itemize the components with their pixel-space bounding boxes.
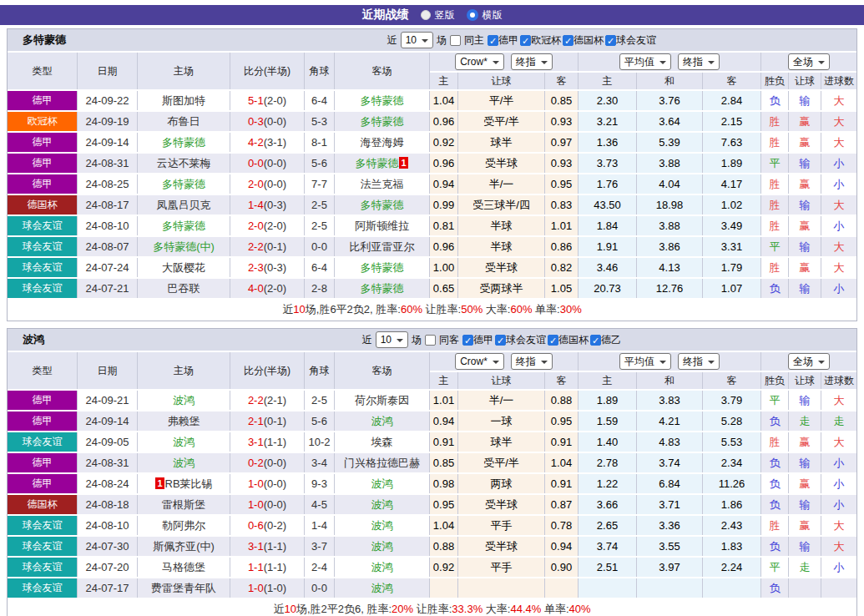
wdl-result: 胜 [761, 195, 789, 215]
corner-cell: 10-2 [305, 432, 335, 452]
handicap-result: 赢 [789, 516, 821, 535]
average-select[interactable]: 平均值 [619, 353, 671, 370]
horizontal-radio-icon[interactable] [467, 9, 478, 21]
wdl-result: 平 [761, 558, 789, 577]
avg-draw-odds: 4.13 [637, 258, 703, 277]
avg-draw-odds: 4.83 [637, 432, 703, 452]
league-type-cell: 欧冠杯 [8, 112, 78, 131]
final-index-select-2[interactable]: 终指 [678, 53, 720, 70]
away-team-cell: 波鸿 [335, 412, 430, 431]
league-checkbox[interactable]: ✓ [605, 35, 616, 46]
sub-col-wdl: 胜负 [761, 73, 789, 89]
avg-home-odds: 1.91 [579, 237, 637, 256]
handicap-home-odds: 1.01 [430, 391, 458, 410]
sub-col-handicap-away: 客 [545, 73, 579, 89]
match-count-select[interactable]: 10 [401, 32, 433, 48]
goals-result: 小 [821, 495, 856, 514]
league-checkbox-label[interactable]: 德国杯 [558, 333, 589, 347]
summary-segment: 让胜率: [422, 303, 461, 316]
handicap-away-odds: 0.95 [545, 412, 579, 431]
goals-result: 走 [821, 412, 856, 431]
summary-segment: 30% [560, 303, 582, 316]
away-team-cell: 埃森 [335, 432, 430, 452]
sub-col-handicap-away: 客 [545, 372, 579, 389]
avg-draw-odds: 3.86 [637, 237, 703, 256]
match-row: 球会友谊 24-08-10 多特蒙德 2-0(2-0) 2-5 阿斯顿维拉 0.… [8, 216, 856, 235]
handicap-home-odds: 0.88 [430, 537, 458, 556]
home-team-name: 斯佩齐亚(中) [153, 540, 215, 553]
vertical-layout-option[interactable]: 竖版 [421, 8, 455, 23]
summary-row: 近10场,胜2平2负6, 胜率:20% 让胜率:33.3% 大率:44.4% 单… [8, 599, 856, 616]
away-team-cell: 波鸿 [335, 558, 430, 577]
horizontal-layout-option[interactable]: 横版 [467, 8, 503, 23]
league-checkbox-label[interactable]: 德乙 [601, 333, 621, 347]
away-team-cell: 波鸿 [335, 474, 430, 493]
fulltime-score: 1-0 [248, 582, 264, 594]
final-index-select-2[interactable]: 终指 [678, 353, 720, 370]
league-checkbox-label[interactable]: 球会友谊 [506, 333, 546, 347]
handicap-away-odds: 0.86 [545, 237, 579, 256]
score-cell: 3-1(1-1) [230, 432, 305, 452]
goals-result: 大 [821, 391, 856, 410]
match-count-select[interactable]: 10 [376, 331, 408, 348]
handicap-line: 半球 [458, 216, 545, 235]
league-checkbox[interactable]: ✓ [462, 335, 473, 346]
handicap-line: 一球 [458, 412, 545, 431]
handicap-away-odds: 0.93 [545, 112, 579, 131]
league-type-cell: 德甲 [8, 412, 78, 431]
match-row: 球会友谊 24-08-10 勒阿弗尔 0-6(0-2) 1-4 波鸿 1.04 … [8, 516, 856, 535]
corner-cell: 3-4 [305, 453, 335, 472]
home-team-name: 多特蒙德 [162, 178, 205, 190]
red-card-badge: 1 [399, 157, 407, 169]
corner-cell: 2-4 [305, 558, 335, 577]
league-checkbox[interactable]: ✓ [488, 35, 498, 46]
average-select[interactable]: 平均值 [619, 53, 671, 70]
avg-draw-odds: 3.83 [637, 391, 703, 410]
fulltime-score: 0-6 [248, 519, 264, 532]
summary-segment: 单率: [541, 603, 568, 615]
goals-result: 小 [821, 216, 856, 235]
odds-source-select[interactable]: Crow* [455, 53, 504, 70]
league-checkbox[interactable]: ✓ [495, 335, 506, 346]
league-checkbox-label[interactable]: 球会友谊 [616, 33, 656, 48]
scope-select[interactable]: 全场 [788, 53, 830, 70]
avg-draw-odds: 4.21 [637, 412, 703, 431]
avg-draw-odds: 6.84 [637, 474, 703, 493]
avg-home-odds: 3.66 [579, 495, 637, 514]
result-group: 全场 [761, 53, 856, 71]
handicap-line: 受半球 [458, 537, 545, 556]
league-checkbox-label[interactable]: 德国杯 [573, 33, 604, 48]
date-cell: 24-07-24 [78, 258, 138, 277]
handicap-home-odds: 0.92 [430, 133, 458, 152]
vertical-radio-icon[interactable] [421, 10, 431, 20]
final-index-select-1[interactable]: 终指 [511, 53, 553, 70]
rows-body: 德甲 24-09-21 波鸿 2-2(2-1) 2-5 荷尔斯泰因 1.01 半… [8, 391, 856, 598]
league-checkbox[interactable]: ✓ [520, 35, 531, 46]
summary-segment: 大率: [483, 303, 510, 316]
league-checkbox-label[interactable]: 欧冠杯 [531, 33, 561, 48]
fulltime-score: 1-1 [248, 561, 264, 573]
scope-select[interactable]: 全场 [788, 353, 830, 370]
team-bar: 多特蒙德 近 10 场 同主 ✓德甲✓欧冠杯✓德国杯✓球会友谊 [8, 29, 856, 51]
league-checkbox[interactable]: ✓ [590, 335, 601, 346]
matches-table: 类型 日期 主场 比分(半场) 角球 客场 Crow* 终指 平均值 [8, 351, 856, 616]
league-checkbox-label[interactable]: 德甲 [498, 33, 518, 48]
same-venue-checkbox[interactable] [450, 35, 461, 46]
avg-away-odds: 3.49 [703, 216, 761, 235]
score-cell: 2-2(0-1) [230, 237, 305, 256]
league-checkbox[interactable]: ✓ [563, 35, 573, 46]
score-cell: 2-0(2-0) [230, 216, 305, 235]
home-team-name: 波鸿 [173, 457, 195, 469]
same-venue-checkbox[interactable] [425, 335, 436, 346]
odds-source-select[interactable]: Crow* [455, 353, 504, 370]
handicap-line: 球半 [458, 432, 545, 452]
handicap-result: 走 [789, 412, 821, 431]
avg-draw-odds: 3.76 [637, 91, 703, 110]
sub-col-avg-home: 主 [579, 372, 637, 389]
handicap-away-odds: 0.85 [545, 91, 579, 110]
league-checkbox[interactable]: ✓ [548, 335, 558, 346]
final-index-select-1[interactable]: 终指 [511, 353, 553, 370]
league-checkbox-label[interactable]: 德甲 [473, 333, 493, 347]
summary-text: 近10场,胜6平2负2, 胜率:60% 让胜率:50% 大率:60% 单率:30… [282, 303, 581, 316]
fulltime-score: 2-0 [248, 178, 264, 190]
